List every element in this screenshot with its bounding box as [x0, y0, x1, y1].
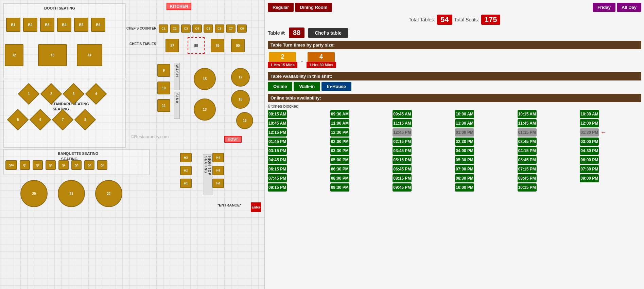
online-button[interactable]: Online	[268, 82, 292, 91]
time-slot-0400-PM[interactable]: 04:00 PM	[455, 147, 474, 155]
time-slot-0445-PM[interactable]: 04:45 PM	[268, 156, 287, 164]
table-b4[interactable]: B4	[57, 18, 71, 32]
time-slot-0830-PM[interactable]: 08:30 PM	[455, 174, 474, 182]
time-slot-0145-PM[interactable]: 01:45 PM	[268, 138, 287, 146]
time-slot-1200-PM[interactable]: 12:00 PM	[580, 119, 599, 127]
time-slot-0815-PM[interactable]: 08:15 PM	[393, 174, 412, 182]
time-slot-0700-PM[interactable]: 07:00 PM	[455, 165, 474, 173]
time-slot-0245-PM[interactable]: 02:45 PM	[518, 138, 537, 146]
table-c3[interactable]: C3	[181, 24, 191, 33]
table-q2[interactable]: Q2	[33, 160, 43, 170]
all-day-button[interactable]: All Day	[617, 3, 641, 12]
time-slot-0345-PM[interactable]: 03:45 PM	[393, 147, 412, 155]
table-17[interactable]: 17	[231, 68, 250, 87]
table-h1[interactable]: H1	[180, 179, 192, 188]
table-87[interactable]: 87	[166, 39, 179, 52]
time-slot-1045-AM[interactable]: 10:45 AM	[268, 119, 287, 127]
table-q4[interactable]: Q4	[58, 160, 69, 170]
table-b6[interactable]: B6	[91, 18, 105, 32]
table-14[interactable]: 14	[77, 44, 102, 66]
table-c4[interactable]: C4	[192, 24, 202, 33]
table-q1[interactable]: Q1	[20, 160, 30, 170]
time-slot-0430-PM[interactable]: 04:30 PM	[580, 147, 599, 155]
friday-button[interactable]: Friday	[593, 3, 615, 12]
time-slot-1115-AM[interactable]: 11:15 AM	[393, 119, 412, 127]
time-slot-0845-PM[interactable]: 08:45 PM	[518, 174, 537, 182]
time-slot-0930-AM[interactable]: 09:30 AM	[330, 110, 349, 118]
table-c1[interactable]: C1	[159, 24, 168, 33]
regular-button[interactable]: Regular	[268, 3, 294, 12]
table-89[interactable]: 89	[211, 39, 224, 52]
time-slot-0100-PM[interactable]: 01:00 PM	[455, 128, 474, 137]
time-slot-0645-PM[interactable]: 06:45 PM	[393, 165, 412, 173]
table-13[interactable]: 13	[38, 44, 67, 66]
table-20[interactable]: 20	[20, 180, 48, 207]
time-slot-0915-AM[interactable]: 09:15 AM	[268, 110, 287, 118]
table-b5[interactable]: B5	[74, 18, 88, 32]
time-slot-0945-PM[interactable]: 09:45 PM	[393, 183, 412, 192]
time-slot-0115-PM[interactable]: 01:15 PM	[518, 128, 537, 137]
time-slot-1130-AM[interactable]: 11:30 AM	[455, 119, 474, 127]
table-h2[interactable]: H2	[180, 166, 192, 175]
time-slot-0330-PM[interactable]: 03:30 PM	[330, 147, 349, 155]
table-q10[interactable]: Q10	[5, 160, 17, 170]
time-slot-0415-PM[interactable]: 04:15 PM	[518, 147, 537, 155]
table-c2[interactable]: C2	[170, 24, 179, 33]
table-q3[interactable]: Q3	[46, 160, 56, 170]
table-h5[interactable]: H5	[212, 166, 224, 175]
time-slot-0300-PM[interactable]: 03:00 PM	[580, 138, 599, 146]
time-slot-1000-PM[interactable]: 10:00 PM	[455, 183, 474, 192]
time-slot-0515-PM[interactable]: 05:15 PM	[393, 156, 412, 164]
time-slot-0745-PM[interactable]: 07:45 PM	[268, 174, 287, 182]
time-slot-1145-AM[interactable]: 11:45 AM	[518, 119, 537, 127]
table-b3[interactable]: B3	[40, 18, 54, 32]
table-19[interactable]: 19	[236, 112, 253, 129]
table-h3[interactable]: H3	[180, 153, 192, 162]
table-b1[interactable]: B1	[6, 18, 20, 32]
time-slot-0945-AM[interactable]: 09:45 AM	[393, 110, 412, 118]
inhouse-button[interactable]: In-House	[321, 82, 351, 91]
time-slot-0545-PM[interactable]: 05:45 PM	[518, 156, 537, 164]
time-slot-1000-AM[interactable]: 10:00 AM	[455, 110, 474, 118]
table-c6[interactable]: C6	[215, 24, 224, 33]
time-slot-0530-PM[interactable]: 05:30 PM	[455, 156, 474, 164]
time-slot-0615-PM[interactable]: 06:15 PM	[268, 165, 287, 173]
time-slot-0900-PM[interactable]: 09:00 PM	[580, 174, 599, 182]
time-slot-0915-PM[interactable]: 09:15 PM	[268, 183, 287, 192]
table-9[interactable]: 9	[157, 64, 170, 77]
time-slot-1230-PM[interactable]: 12:30 PM	[330, 128, 349, 137]
time-slot-0630-PM[interactable]: 06:30 PM	[330, 165, 349, 173]
table-c5[interactable]: C5	[204, 24, 213, 33]
time-slot-0200-PM[interactable]: 02:00 PM	[330, 138, 349, 146]
time-slot-1030-AM[interactable]: 10:30 AM	[580, 110, 599, 118]
table-b2[interactable]: B2	[23, 18, 37, 32]
table-q9[interactable]: Q9	[97, 160, 107, 170]
table-h6[interactable]: H6	[212, 179, 224, 188]
table-90[interactable]: 90	[231, 39, 245, 52]
table-18[interactable]: 18	[231, 90, 250, 109]
time-slot-0715-PM[interactable]: 07:15 PM	[518, 165, 537, 173]
table-q5[interactable]: Q5	[71, 160, 82, 170]
time-slot-0600-PM[interactable]: 06:00 PM	[580, 156, 599, 164]
time-slot-0315-PM[interactable]: 03:15 PM	[268, 147, 287, 155]
time-slot-0730-PM[interactable]: 07:30 PM	[580, 165, 599, 173]
table-11[interactable]: 11	[157, 99, 170, 112]
table-88-selected[interactable]: 88	[188, 37, 205, 54]
time-slot-1100-AM[interactable]: 11:00 AM	[330, 119, 349, 127]
time-slot-1215-PM[interactable]: 12:15 PM	[268, 128, 287, 137]
table-c8[interactable]: C8	[237, 24, 247, 33]
walkin-button[interactable]: Walk-in	[294, 82, 320, 91]
dining-room-button[interactable]: Dining Room	[295, 3, 332, 12]
table-16[interactable]: 16	[194, 98, 216, 121]
time-slot-0800-PM[interactable]: 08:00 PM	[330, 174, 349, 182]
table-22[interactable]: 22	[95, 180, 122, 207]
table-15[interactable]: 15	[194, 68, 216, 90]
time-slot-0500-PM[interactable]: 05:00 PM	[330, 156, 349, 164]
time-slot-0930-PM[interactable]: 09:30 PM	[330, 183, 349, 192]
time-slot-1015-PM[interactable]: 10:15 PM	[518, 183, 537, 192]
time-slot-0230-PM[interactable]: 02:30 PM	[455, 138, 474, 146]
time-slot-0215-PM[interactable]: 02:15 PM	[393, 138, 412, 146]
table-21[interactable]: 21	[58, 180, 85, 207]
table-12[interactable]: 12	[5, 44, 23, 66]
table-10[interactable]: 10	[157, 82, 170, 94]
